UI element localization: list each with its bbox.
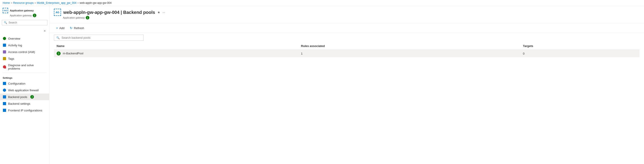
breadcrumb-sep-1: > [11,1,12,4]
page-status-badge: 1 [86,16,89,19]
frontend-icon [3,108,6,112]
breadcrumb-home[interactable]: Home [3,1,10,4]
sidebar-search-icon: 🔍 [4,21,7,24]
table-header-row: Name Rules associated Targets [54,43,640,50]
nav-diagnose[interactable]: Diagnose and solve problems [0,62,49,72]
resource-status-badge: 1 [33,14,36,17]
table-container: Name Rules associated Targets 3 m-Backen… [50,43,644,164]
settings-divider [3,73,46,73]
settings-section-label: Settings [0,74,49,80]
nav-backend-pools[interactable]: Backend pools 2 [0,93,49,100]
content-search-box[interactable]: 🔍 [54,35,144,41]
resource-icon: AG [3,8,8,13]
sidebar-search-box[interactable]: 🔍 [2,20,47,25]
overview-icon [3,37,6,40]
backend-settings-icon [3,102,6,105]
add-button[interactable]: + Add [54,25,67,31]
backend-pools-table: Name Rules associated Targets 3 m-Backen… [54,43,640,57]
cell-rules: 1 [298,50,520,58]
cell-targets: 0 [520,50,640,58]
nav-frontend-ip[interactable]: Frontend IP configurations [0,107,49,114]
favorite-icon[interactable]: ★ [157,10,160,14]
table-row[interactable]: 3 m-BackendPool 1 0 [54,50,640,58]
sidebar-search-input[interactable] [8,21,45,24]
backend-pools-icon [3,95,6,99]
nav-waf[interactable]: Web application firewall [0,87,49,93]
refresh-icon: ↻ [70,26,72,30]
page-title: web-appln-gw-app-gw-004 | Backend pools [63,10,155,15]
resource-header: AG Application gateway [0,6,49,14]
backend-pool-name: m-BackendPool [63,52,84,55]
col-targets: Targets [520,43,640,50]
nav-overview[interactable]: Overview [0,35,49,42]
collapse-button[interactable]: « [42,27,47,34]
nav-access-control[interactable]: Access control (IAM) [0,49,49,55]
page-resource-type: Application gateway 1 [54,16,640,21]
activity-log-icon [3,43,6,47]
page-header: AG web-appln-gw-app-gw-004 | Backend poo… [50,6,644,23]
iam-icon [3,50,6,54]
breadcrumb: Home > Resource groups > Miztiik_Enterpr… [0,0,644,6]
refresh-button[interactable]: ↻ Refresh [68,25,86,31]
content-area: AG web-appln-gw-app-gw-004 | Backend poo… [50,6,644,164]
tags-icon [3,57,6,60]
add-label: Add [59,26,64,30]
nav-configuration[interactable]: Configuration [0,80,49,87]
breadcrumb-resource-groups[interactable]: Resource groups [13,1,34,4]
diagnose-icon [3,65,6,69]
breadcrumb-current: web-appln-gw-app-gw-004 [80,1,112,4]
toolbar: + Add ↻ Refresh [50,23,644,33]
breadcrumb-enterprise[interactable]: Miztiik_Enterprises_app_gw_004 [37,1,76,4]
col-name: Name [54,43,298,50]
waf-icon [3,88,6,92]
add-icon: + [56,26,58,30]
nav-backend-settings[interactable]: Backend settings [0,100,49,107]
resource-name: Application gateway [10,9,34,12]
breadcrumb-sep-2: > [34,1,36,4]
backend-pools-badge: 2 [30,95,34,99]
row-badge: 3 [56,51,60,56]
refresh-label: Refresh [74,26,84,30]
config-icon [3,82,6,85]
cell-name: 3 m-BackendPool [54,50,298,58]
page-resource-icon: AG [54,9,61,16]
breadcrumb-sep-3: > [77,1,78,4]
nav-activity-log[interactable]: Activity log [0,42,49,49]
sidebar: AG Application gateway Application gatew… [0,6,50,164]
resource-type: Application gateway 1 [0,14,49,19]
col-rules: Rules associated [298,43,520,50]
content-search-input[interactable] [62,36,141,39]
content-search-icon: 🔍 [56,36,60,39]
more-options-icon[interactable]: ··· [162,10,165,14]
nav-tags[interactable]: Tags [0,55,49,62]
